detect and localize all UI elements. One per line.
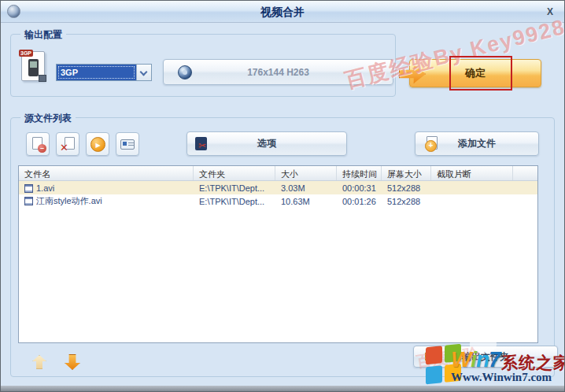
- add-files-button[interactable]: 添加文件: [415, 131, 539, 156]
- media-info-icon: [120, 139, 135, 150]
- disk-icon: [39, 75, 46, 82]
- video-merge-window: 视频合并 X 输出配置 3GP 3GP 176x144 H263 确定 源文件列…: [0, 0, 565, 392]
- arrow-up-icon: [32, 355, 46, 369]
- annotation-highlight-box: [449, 56, 512, 91]
- duration-cell: 00:01:26: [337, 197, 382, 206]
- folder-icon: [425, 352, 438, 361]
- gear-icon: [178, 65, 192, 80]
- options-label: 选项: [257, 137, 276, 150]
- move-down-button[interactable]: [62, 352, 83, 372]
- table-header: 文件名 文件夹 大小 持续时间 屏幕大小 截取片断: [19, 166, 537, 181]
- video-file-icon: [24, 184, 33, 193]
- format-badge: 3GP: [19, 50, 33, 57]
- output-folder-button[interactable]: 输出文件夹: [413, 346, 558, 368]
- col-extra: [513, 166, 537, 180]
- window-title: 视频合并: [1, 6, 564, 20]
- size-cell: 10.63M: [275, 197, 337, 206]
- format-selected-value[interactable]: 3GP: [57, 65, 136, 80]
- screensize-cell: 512x288: [382, 197, 431, 206]
- col-filename[interactable]: 文件名: [19, 166, 194, 180]
- format-select[interactable]: 3GP: [56, 64, 152, 81]
- size-cell: 3.03M: [275, 183, 337, 193]
- col-size[interactable]: 大小: [275, 166, 337, 180]
- col-screensize[interactable]: 屏幕大小: [382, 166, 431, 180]
- window-bottom-frame: [1, 386, 564, 391]
- combo-dropdown-button[interactable]: [136, 65, 151, 80]
- video-file-icon: [24, 197, 33, 205]
- duration-cell: 00:00:31: [337, 183, 382, 193]
- source-list-label: 源文件列表: [20, 112, 76, 125]
- media-info-button[interactable]: [116, 132, 139, 156]
- remove-file-button[interactable]: –: [26, 132, 50, 156]
- output-settings-label: 176x144 H263: [247, 67, 309, 78]
- arrow-down-icon: [65, 354, 80, 370]
- output-folder-label: 输出文件夹: [462, 350, 509, 364]
- options-button[interactable]: 选项: [186, 131, 347, 156]
- folder-cell: E:\TPK\IT\Dept...: [194, 183, 275, 193]
- output-config-label: 输出配置: [20, 28, 66, 42]
- close-icon[interactable]: X: [544, 6, 556, 18]
- folder-cell: E:\TPK\IT\Dept...: [194, 197, 275, 206]
- col-folder[interactable]: 文件夹: [194, 166, 275, 180]
- file-name-cell: 江南style动作.avi: [19, 195, 194, 207]
- output-settings-button[interactable]: 176x144 H263: [163, 59, 393, 85]
- chevron-down-icon: [140, 68, 148, 76]
- clip-options-icon: [195, 137, 207, 150]
- add-files-label: 添加文件: [458, 137, 496, 150]
- file-table: 文件名 文件夹 大小 持续时间 屏幕大小 截取片断 1.avi E:\TPK\I…: [18, 165, 538, 343]
- clear-list-button[interactable]: ✕: [56, 132, 79, 156]
- clear-icon: ✕: [60, 142, 68, 153]
- play-icon: ▶: [90, 137, 105, 152]
- arrow-right-icon: [399, 65, 426, 83]
- table-row[interactable]: 1.avi E:\TPK\IT\Dept... 3.03M 00:00:31 5…: [19, 181, 537, 194]
- remove-icon: –: [38, 144, 46, 153]
- col-clip[interactable]: 截取片断: [431, 166, 513, 180]
- file-name-cell: 1.avi: [19, 183, 194, 193]
- screensize-cell: 512x288: [382, 183, 431, 193]
- move-up-button[interactable]: [29, 352, 50, 372]
- title-bar: 视频合并 X: [1, 1, 564, 23]
- add-file-icon: [427, 136, 438, 150]
- format-file-icon: 3GP: [21, 51, 45, 81]
- col-duration[interactable]: 持续时间: [337, 166, 382, 180]
- play-button[interactable]: ▶: [86, 132, 109, 156]
- table-row[interactable]: 江南style动作.avi E:\TPK\IT\Dept... 10.63M 0…: [19, 194, 537, 208]
